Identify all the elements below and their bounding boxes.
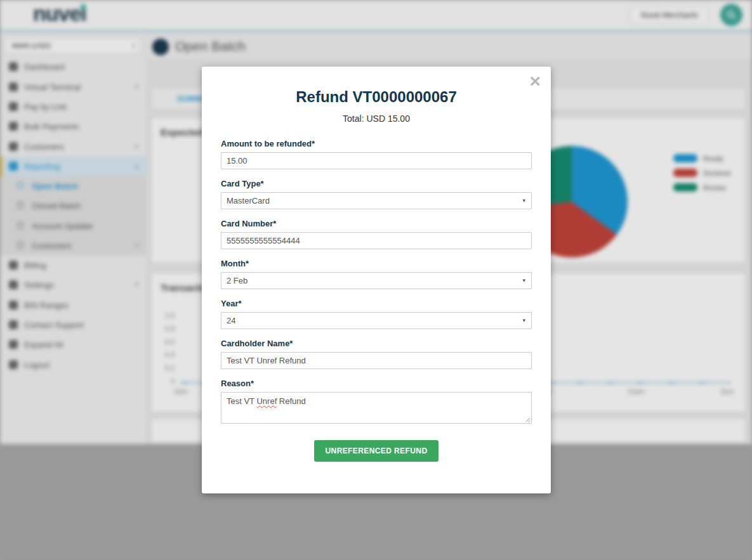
reason-label: Reason* bbox=[221, 379, 532, 388]
modal-title: Refund VT0000000067 bbox=[221, 88, 532, 106]
month-select[interactable]: 2 Feb ▾ bbox=[221, 272, 532, 289]
amount-label: Amount to be refunded* bbox=[221, 139, 532, 148]
card-number-input[interactable] bbox=[221, 232, 532, 249]
card-type-value: MasterCard bbox=[227, 196, 270, 205]
cardholder-name-label: Cardholder Name* bbox=[221, 339, 532, 348]
reason-textarea[interactable]: Test VT Unref Refund bbox=[221, 392, 532, 424]
year-value: 24 bbox=[227, 316, 235, 325]
close-icon[interactable]: × bbox=[529, 72, 541, 91]
refund-form: Amount to be refunded* Card Type* Master… bbox=[221, 139, 532, 462]
unreferenced-refund-button[interactable]: UNREFERENCED REFUND bbox=[314, 440, 439, 462]
month-value: 2 Feb bbox=[227, 276, 247, 285]
refund-modal: × Refund VT0000000067 Total: USD 15.00 A… bbox=[202, 67, 551, 493]
amount-input[interactable] bbox=[221, 152, 532, 169]
chevron-down-icon: ▾ bbox=[522, 193, 525, 209]
chevron-down-icon: ▾ bbox=[522, 273, 525, 289]
year-label: Year* bbox=[221, 299, 532, 308]
card-type-select[interactable]: MasterCard ▾ bbox=[221, 192, 532, 209]
month-label: Month* bbox=[221, 259, 532, 268]
misspelled-word: Unref bbox=[256, 396, 277, 406]
year-select[interactable]: 24 ▾ bbox=[221, 312, 532, 329]
app-screen: nuvei Nuvei Merchants MAIN (USD) ▾ bbox=[0, 0, 752, 560]
chevron-down-icon: ▾ bbox=[522, 313, 525, 329]
card-number-label: Card Number* bbox=[221, 219, 532, 228]
card-type-label: Card Type* bbox=[221, 179, 532, 188]
cardholder-name-input[interactable] bbox=[221, 352, 532, 369]
modal-total: Total: USD 15.00 bbox=[221, 114, 532, 124]
